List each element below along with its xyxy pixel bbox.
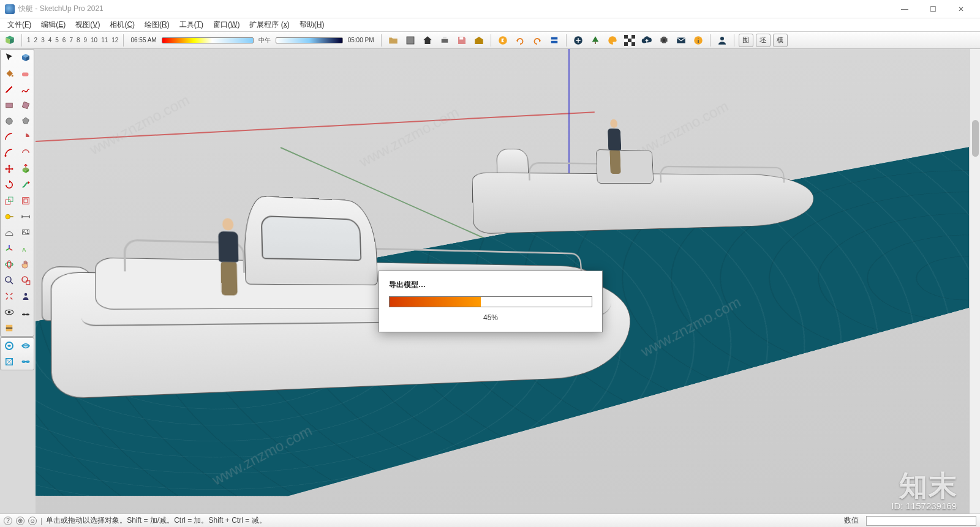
menu-bar: 文件(F) 编辑(E) 视图(V) 相机(C) 绘图(R) 工具(T) 窗口(W… — [0, 18, 980, 32]
cloud-upload-icon[interactable] — [639, 33, 654, 48]
pencil-tool-icon[interactable] — [1, 81, 17, 97]
geo-icon[interactable]: ⊕ — [16, 517, 24, 525]
warehouse-icon[interactable] — [472, 33, 486, 48]
shadow-day[interactable]: 1 — [26, 37, 31, 43]
select-tool-icon[interactable] — [1, 50, 17, 65]
add-icon[interactable] — [571, 33, 586, 48]
svg-rect-12 — [631, 42, 635, 46]
progress-percent-label: 45% — [389, 313, 592, 322]
plugin-icon-4[interactable] — [17, 354, 34, 370]
rotate-tool-icon[interactable] — [1, 177, 17, 193]
rotated-rect-tool-icon[interactable] — [17, 97, 34, 113]
plugin-icon-3[interactable] — [1, 354, 17, 370]
shadow-time-slider-2[interactable] — [276, 37, 343, 43]
mail-icon[interactable] — [674, 33, 688, 48]
plugin-icon-2[interactable] — [17, 338, 34, 354]
component-icon[interactable] — [403, 33, 418, 48]
arc2-tool-icon[interactable] — [1, 145, 17, 161]
user-status-icon[interactable]: ☺ — [28, 517, 37, 525]
save-icon[interactable] — [454, 33, 469, 48]
house-icon[interactable] — [420, 33, 435, 48]
svg-rect-0 — [407, 37, 414, 44]
shadow-time-slider[interactable] — [162, 37, 254, 43]
close-button[interactable]: ✕ — [947, 0, 975, 18]
menu-edit[interactable]: 编辑(E) — [36, 18, 70, 31]
menu-window[interactable]: 窗口(W) — [208, 18, 244, 31]
value-input[interactable] — [866, 516, 976, 526]
menu-camera[interactable]: 相机(C) — [105, 18, 140, 31]
position-camera-tool-icon[interactable] — [17, 288, 34, 304]
menu-tools[interactable]: 工具(T) — [175, 18, 208, 31]
svg-point-37 — [6, 277, 11, 282]
gear-icon[interactable] — [657, 33, 671, 48]
circle-tool-icon[interactable] — [1, 113, 17, 129]
scale-tool-icon[interactable] — [1, 193, 17, 209]
toolbar-text-btn-2[interactable]: 坯 — [756, 34, 771, 47]
status-bar: ? ⊕ ☺ | 单击或拖动以选择对象。Shift = 加/减。Ctrl = 加。… — [0, 514, 980, 527]
svg-rect-21 — [22, 73, 29, 77]
freehand-tool-icon[interactable] — [17, 81, 34, 97]
3dtext-tool-icon[interactable]: A — [17, 241, 34, 256]
layers-icon[interactable] — [547, 33, 562, 48]
menu-file[interactable]: 文件(F) — [2, 18, 36, 31]
svg-text:i: i — [697, 37, 699, 43]
rectangle-tool-icon[interactable] — [1, 97, 17, 113]
svg-point-35 — [6, 263, 13, 266]
enscape-icon[interactable] — [496, 33, 510, 48]
main-toolbar: 1 2 3 4 5 6 7 8 9 10 11 12 06:55 AM 中午 0… — [0, 32, 980, 49]
pie-tool-icon[interactable] — [17, 129, 34, 145]
pan-tool-icon[interactable] — [17, 256, 34, 272]
component-cube-icon[interactable] — [17, 50, 34, 65]
paint-bucket-tool-icon[interactable] — [1, 65, 17, 81]
workspace: A1 A www.znzmo.co — [0, 49, 980, 514]
plugin-icon-1[interactable] — [1, 338, 17, 354]
protractor-tool-icon[interactable] — [1, 225, 17, 241]
tree-icon[interactable] — [588, 33, 603, 48]
redo-icon[interactable] — [513, 33, 527, 48]
svg-point-43 — [22, 313, 26, 315]
menu-view[interactable]: 视图(V) — [70, 18, 105, 31]
look-around-tool-icon[interactable] — [1, 304, 17, 320]
tape-tool-icon[interactable] — [1, 209, 17, 225]
zoom-extents-tool-icon[interactable] — [1, 288, 17, 304]
dialog-title: 导出模型… — [389, 280, 592, 290]
walk-tool-icon[interactable] — [17, 304, 34, 320]
section-tool-icon[interactable] — [1, 320, 17, 336]
palette-icon[interactable] — [605, 33, 620, 48]
axes-tool-icon[interactable] — [1, 241, 17, 256]
toolbar-text-btn-3[interactable]: 模 — [773, 34, 788, 47]
menu-help[interactable]: 帮助(H) — [295, 18, 330, 31]
undo-icon[interactable] — [530, 33, 545, 48]
arc-tool-icon[interactable] — [1, 129, 17, 145]
svg-point-42 — [7, 311, 10, 314]
svg-point-44 — [26, 313, 29, 315]
info-icon[interactable]: i — [691, 33, 706, 48]
polygon-tool-icon[interactable] — [17, 113, 34, 129]
orbit-tool-icon[interactable] — [1, 256, 17, 272]
status-hint: 单击或拖动以选择对象。Shift = 加/减。Ctrl = 加。Shift + … — [46, 515, 266, 526]
print-icon[interactable] — [437, 33, 452, 48]
user-icon[interactable] — [715, 33, 729, 48]
text-tool-icon[interactable]: A1 — [17, 225, 34, 241]
vertical-scrollbar[interactable] — [970, 49, 980, 514]
help-icon[interactable]: ? — [4, 517, 12, 525]
eraser-tool-icon[interactable] — [17, 65, 34, 81]
model-info-icon[interactable] — [2, 33, 17, 48]
viewport[interactable]: www.znzmo.com www.znzmo.com www.znzmo.co… — [36, 49, 969, 514]
maximize-button[interactable]: ☐ — [919, 0, 947, 18]
scroll-thumb[interactable] — [972, 120, 979, 157]
minimize-button[interactable]: — — [891, 0, 919, 18]
zoom-window-tool-icon[interactable] — [17, 272, 34, 288]
arc3-tool-icon[interactable] — [17, 145, 34, 161]
menu-draw[interactable]: 绘图(R) — [140, 18, 175, 31]
zoom-tool-icon[interactable] — [1, 272, 17, 288]
offset-tool-icon[interactable] — [17, 193, 34, 209]
pushpull-tool-icon[interactable] — [17, 161, 34, 177]
dimension-tool-icon[interactable] — [17, 209, 34, 225]
menu-extensions[interactable]: 扩展程序 (x) — [244, 18, 294, 31]
checker-icon[interactable] — [622, 33, 637, 48]
open-icon[interactable] — [386, 33, 401, 48]
move-tool-icon[interactable] — [1, 161, 17, 177]
toolbar-text-btn-1[interactable]: 围 — [739, 34, 753, 47]
followme-tool-icon[interactable] — [17, 177, 34, 193]
